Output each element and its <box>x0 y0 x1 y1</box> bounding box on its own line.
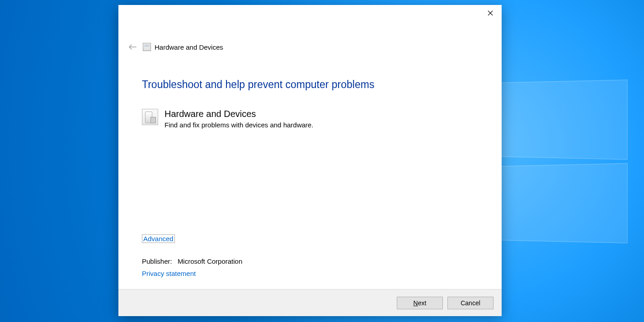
publisher-row: Publisher: Microsoft Corporation <box>142 257 478 265</box>
troubleshooter-item: Hardware and Devices Find and fix proble… <box>142 108 478 129</box>
advanced-link[interactable]: Advanced <box>142 234 175 243</box>
header-title: Hardware and Devices <box>155 43 223 51</box>
hardware-icon <box>142 109 158 125</box>
back-button[interactable] <box>126 40 139 54</box>
item-text: Hardware and Devices Find and fix proble… <box>165 108 313 129</box>
cancel-button[interactable]: Cancel <box>447 297 494 309</box>
next-label-rest: ext <box>418 299 427 307</box>
back-arrow-icon <box>128 44 136 50</box>
next-button[interactable]: Next <box>397 297 443 309</box>
next-hotkey: N <box>414 299 418 307</box>
close-button[interactable] <box>480 6 501 20</box>
publisher-value: Microsoft Corporation <box>178 257 242 265</box>
content-area: Troubleshoot and help prevent computer p… <box>118 54 502 289</box>
header-row: Hardware and Devices <box>118 27 502 54</box>
privacy-statement-link[interactable]: Privacy statement <box>142 270 196 277</box>
item-title: Hardware and Devices <box>165 108 313 120</box>
troubleshooter-dialog: Hardware and Devices Troubleshoot and he… <box>118 5 502 316</box>
publisher-label: Publisher: <box>142 257 172 265</box>
main-heading: Troubleshoot and help prevent computer p… <box>142 79 478 91</box>
item-description: Find and fix problems with devices and h… <box>165 121 313 129</box>
troubleshooter-icon <box>143 43 151 51</box>
titlebar <box>118 5 502 27</box>
dialog-footer: Next Cancel <box>118 289 502 316</box>
close-icon <box>488 10 493 16</box>
